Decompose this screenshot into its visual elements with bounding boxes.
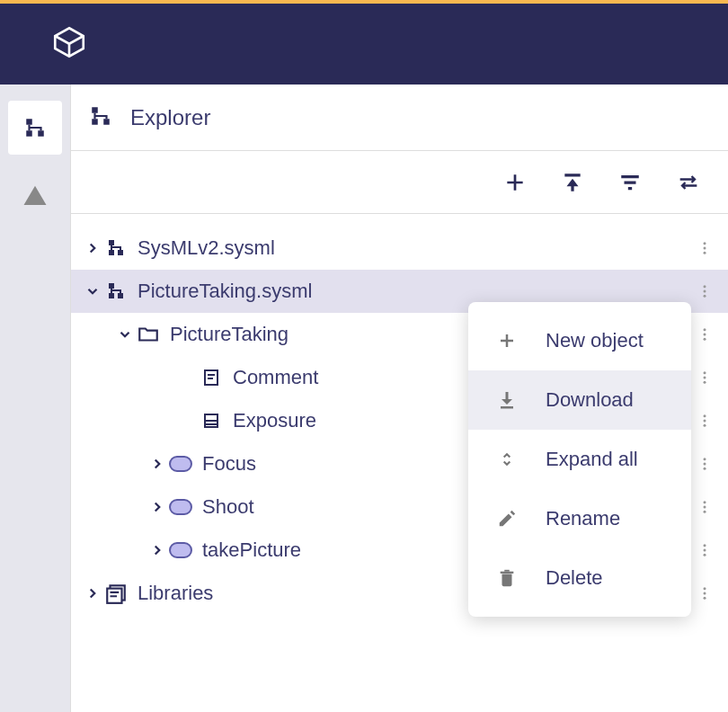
hierarchy-icon bbox=[103, 236, 129, 261]
plus-icon bbox=[495, 329, 519, 352]
svg-point-17 bbox=[704, 285, 706, 288]
menu-label: Rename bbox=[546, 507, 620, 530]
chevron-down-icon[interactable] bbox=[114, 324, 136, 345]
rail-tab-warnings[interactable] bbox=[8, 169, 62, 223]
menu-item-new-object[interactable]: New object bbox=[468, 311, 691, 370]
chevron-right-icon[interactable] bbox=[146, 453, 168, 475]
filter-button[interactable] bbox=[618, 171, 642, 194]
chevron-right-icon[interactable] bbox=[82, 237, 103, 259]
more-icon[interactable] bbox=[690, 234, 719, 263]
svg-point-24 bbox=[704, 371, 706, 374]
svg-rect-46 bbox=[501, 406, 513, 409]
left-rail bbox=[0, 85, 70, 712]
more-icon[interactable] bbox=[690, 579, 719, 608]
svg-rect-1 bbox=[38, 130, 44, 137]
pill-icon bbox=[168, 494, 193, 520]
svg-point-36 bbox=[704, 511, 706, 513]
trash-icon bbox=[495, 566, 519, 590]
rail-tab-explorer[interactable] bbox=[8, 101, 62, 155]
svg-rect-45 bbox=[506, 392, 509, 400]
panel-title: Explorer bbox=[130, 105, 210, 130]
hierarchy-icon bbox=[103, 279, 129, 304]
svg-point-44 bbox=[704, 597, 706, 600]
expand-icon bbox=[495, 448, 519, 471]
svg-rect-6 bbox=[564, 174, 580, 176]
svg-point-42 bbox=[704, 587, 706, 590]
more-icon[interactable] bbox=[690, 493, 719, 521]
upload-button[interactable] bbox=[561, 171, 584, 194]
svg-point-37 bbox=[704, 544, 706, 547]
svg-point-35 bbox=[704, 506, 706, 509]
svg-rect-47 bbox=[501, 572, 514, 574]
tree: SysMLv2.sysml Pictur bbox=[71, 214, 728, 615]
menu-label: Download bbox=[546, 388, 634, 412]
svg-rect-15 bbox=[118, 293, 123, 298]
main-container: Explorer bbox=[0, 85, 728, 712]
svg-point-12 bbox=[704, 247, 706, 250]
chevron-right-icon[interactable] bbox=[146, 496, 168, 518]
panel-header: Explorer bbox=[71, 85, 728, 151]
app-header bbox=[0, 4, 728, 85]
svg-point-31 bbox=[704, 458, 706, 460]
menu-label: Expand all bbox=[546, 448, 638, 471]
more-icon[interactable] bbox=[690, 363, 719, 392]
tree-item-sysmlv2[interactable]: SysMLv2.sysml bbox=[71, 227, 728, 270]
chevron-right-icon[interactable] bbox=[146, 539, 168, 561]
svg-point-13 bbox=[704, 252, 706, 254]
more-icon[interactable] bbox=[690, 320, 719, 349]
folder-icon bbox=[136, 322, 161, 347]
svg-point-34 bbox=[704, 501, 706, 503]
menu-item-delete[interactable]: Delete bbox=[468, 548, 691, 608]
svg-rect-7 bbox=[571, 185, 573, 191]
menu-item-expand-all[interactable]: Expand all bbox=[468, 430, 691, 489]
more-icon[interactable] bbox=[690, 449, 719, 478]
context-menu: New object Download bbox=[468, 302, 691, 617]
svg-point-33 bbox=[704, 467, 706, 470]
explorer-panel: Explorer bbox=[70, 85, 728, 712]
svg-rect-4 bbox=[103, 119, 110, 125]
svg-point-39 bbox=[704, 554, 706, 556]
svg-point-22 bbox=[704, 338, 706, 341]
menu-item-rename[interactable]: Rename bbox=[468, 489, 691, 548]
more-icon[interactable] bbox=[690, 277, 719, 306]
add-button[interactable] bbox=[503, 171, 527, 194]
svg-rect-2 bbox=[26, 130, 32, 137]
svg-point-11 bbox=[704, 242, 706, 245]
svg-rect-5 bbox=[92, 119, 98, 125]
svg-rect-16 bbox=[109, 293, 114, 298]
more-icon[interactable] bbox=[690, 536, 719, 565]
more-icon[interactable] bbox=[690, 406, 719, 435]
svg-point-28 bbox=[704, 414, 706, 417]
svg-point-38 bbox=[704, 549, 706, 552]
svg-point-25 bbox=[704, 377, 706, 379]
pill-icon bbox=[168, 538, 193, 563]
svg-rect-0 bbox=[26, 119, 32, 125]
download-icon bbox=[495, 388, 519, 412]
svg-point-43 bbox=[704, 592, 706, 595]
svg-rect-48 bbox=[504, 570, 510, 572]
svg-point-32 bbox=[704, 463, 706, 466]
svg-point-20 bbox=[704, 328, 706, 331]
chevron-right-icon[interactable] bbox=[82, 583, 103, 604]
svg-rect-10 bbox=[109, 250, 114, 255]
pill-icon bbox=[168, 451, 193, 476]
document-icon bbox=[199, 365, 224, 390]
toolbar bbox=[71, 151, 728, 214]
svg-rect-14 bbox=[109, 283, 114, 289]
menu-label: New object bbox=[546, 329, 644, 352]
svg-point-29 bbox=[704, 420, 706, 423]
logo-icon bbox=[50, 23, 88, 65]
svg-point-18 bbox=[704, 290, 706, 293]
swap-button[interactable] bbox=[676, 170, 701, 195]
svg-point-21 bbox=[704, 334, 706, 336]
svg-rect-9 bbox=[118, 250, 123, 255]
svg-rect-3 bbox=[92, 107, 98, 113]
tree-label: SysMLv2.sysml bbox=[138, 236, 672, 260]
svg-point-30 bbox=[704, 424, 706, 427]
menu-label: Delete bbox=[546, 566, 603, 590]
menu-item-download[interactable]: Download bbox=[468, 370, 691, 430]
chevron-down-icon[interactable] bbox=[82, 280, 103, 302]
rows-icon bbox=[199, 408, 224, 433]
svg-point-19 bbox=[704, 295, 706, 298]
pencil-icon bbox=[495, 507, 519, 530]
